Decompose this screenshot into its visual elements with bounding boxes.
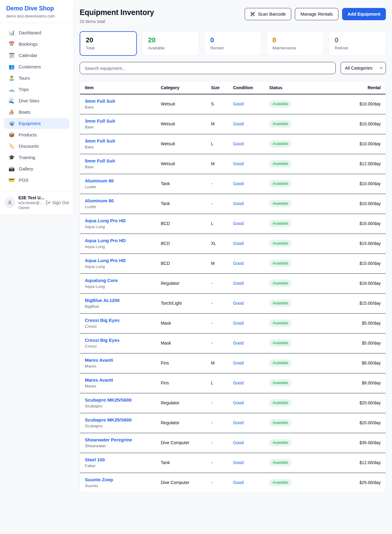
item-name-link[interactable]: Aqualung Core bbox=[85, 278, 161, 283]
category-select[interactable]: All Categories bbox=[341, 62, 386, 74]
equipment-table: Item Category Size Condition Status Rent… bbox=[80, 81, 386, 493]
item-name-link[interactable]: Aluminum 80 bbox=[85, 198, 161, 203]
stat-card[interactable]: 0 Maintenance bbox=[266, 31, 324, 56]
item-name-link[interactable]: Suunto Zoop bbox=[85, 477, 161, 482]
condition-cell[interactable]: Good bbox=[233, 321, 269, 326]
item-name-link[interactable]: Aluminum 80 bbox=[85, 178, 161, 183]
nav-item-label: Discounts bbox=[19, 143, 39, 149]
sign-out-button[interactable]: Sign Out bbox=[46, 200, 69, 205]
condition-cell[interactable]: Good bbox=[233, 201, 269, 206]
status-cell: Available bbox=[269, 419, 315, 426]
sidebar-item[interactable]: 🤿 Equipment bbox=[4, 118, 69, 129]
nav-item-label: Gallery bbox=[19, 166, 33, 171]
item-name-link[interactable]: Cressi Big Eyes bbox=[85, 338, 161, 343]
status-cell: Available bbox=[269, 399, 315, 406]
item-name-link[interactable]: Aqua Lung Pro HD bbox=[85, 258, 161, 263]
brand-domain: demo.test.divestreams.com bbox=[6, 14, 67, 18]
item-name-link[interactable]: 3mm Full Suit bbox=[85, 98, 161, 104]
sidebar-item[interactable]: ⛵ Boats bbox=[4, 107, 69, 117]
status-badge: Available bbox=[269, 359, 292, 367]
header-actions: Scan Barcode Manage Rentals Add Equipmen… bbox=[245, 8, 386, 20]
item-name-link[interactable]: Mares Avanti bbox=[85, 357, 161, 363]
stat-card[interactable]: 0 Rented bbox=[204, 31, 261, 56]
column-header-condition: Condition bbox=[233, 85, 269, 90]
condition-cell[interactable]: Good bbox=[233, 341, 269, 345]
size-cell: - bbox=[211, 321, 233, 326]
sidebar-item[interactable]: 📸 Gallery bbox=[4, 163, 69, 174]
size-cell: M bbox=[211, 261, 233, 266]
item-name-link[interactable]: BigBlue AL1200 bbox=[85, 298, 161, 303]
item-name-link[interactable]: Steel 100 bbox=[85, 457, 161, 462]
sidebar-item[interactable]: 🌊 Dive Sites bbox=[4, 95, 69, 106]
manage-rentals-button[interactable]: Manage Rentals bbox=[295, 8, 338, 20]
condition-cell[interactable]: Good bbox=[233, 261, 269, 266]
condition-cell[interactable]: Good bbox=[233, 101, 269, 106]
status-badge: Available bbox=[269, 399, 292, 406]
condition-cell[interactable]: Good bbox=[233, 480, 269, 485]
condition-cell[interactable]: Good bbox=[233, 221, 269, 226]
item-name-link[interactable]: Aqua Lung Pro HD bbox=[85, 238, 161, 243]
sidebar-item[interactable]: 🗓️ Calendar bbox=[4, 50, 69, 61]
sidebar-item[interactable]: 🎓 Training bbox=[4, 152, 69, 163]
sidebar-item[interactable]: 🏷️ Discounts bbox=[4, 141, 69, 151]
sidebar-item[interactable]: 💳 POS bbox=[4, 175, 69, 185]
nav-item-icon: 📊 bbox=[8, 30, 15, 35]
sidebar-item[interactable]: 📦 Products bbox=[4, 129, 69, 140]
sidebar-item[interactable]: 📅 Bookings bbox=[4, 39, 69, 49]
add-equipment-button[interactable]: Add Equipment bbox=[342, 8, 386, 20]
rental-cell: $20.00/day bbox=[315, 400, 381, 405]
item-name-link[interactable]: 5mm Full Suit bbox=[85, 158, 161, 163]
sidebar-nav: 📊 Dashboard 📅 Bookings 🗓️ Calendar 👥 Cus… bbox=[0, 23, 73, 189]
item-name-link[interactable]: Shearwater Peregrine bbox=[85, 437, 161, 442]
sidebar-item[interactable]: 📊 Dashboard bbox=[4, 27, 69, 38]
table-row: 3mm Full Suit Bare Wetsuit M Good Availa… bbox=[80, 114, 386, 134]
condition-cell[interactable]: Good bbox=[233, 420, 269, 425]
item-name-link[interactable]: Aqua Lung Pro HD bbox=[85, 218, 161, 223]
item-cell: 3mm Full Suit Bare bbox=[85, 138, 161, 149]
search-input[interactable] bbox=[80, 62, 336, 74]
status-cell: Available bbox=[269, 319, 315, 327]
sidebar-item[interactable]: 🛥️ Trips bbox=[4, 84, 69, 95]
condition-cell[interactable]: Good bbox=[233, 360, 269, 365]
item-name-link[interactable]: Mares Avanti bbox=[85, 377, 161, 383]
scan-barcode-button[interactable]: Scan Barcode bbox=[245, 8, 291, 20]
stat-card[interactable]: 20 Available bbox=[142, 31, 199, 56]
item-name-link[interactable]: Cressi Big Eyes bbox=[85, 318, 161, 323]
brand-name[interactable]: Demo Dive Shop bbox=[6, 5, 67, 12]
category-cell: Regulator bbox=[161, 420, 211, 425]
condition-cell[interactable]: Good bbox=[233, 400, 269, 405]
table-row: Mares Avanti Mares Fins M Good Available… bbox=[80, 353, 386, 373]
item-name-link[interactable]: Scubapro MK25/S600 bbox=[85, 417, 161, 422]
size-cell: L bbox=[211, 221, 233, 226]
item-name-link[interactable]: 3mm Full Suit bbox=[85, 118, 161, 124]
item-name-link[interactable]: 3mm Full Suit bbox=[85, 138, 161, 143]
item-brand: Cressi bbox=[85, 324, 161, 329]
stat-value: 20 bbox=[148, 36, 193, 44]
nav-item-label: Products bbox=[19, 132, 37, 137]
table-row: 5mm Full Suit Bare Wetsuit M Good Availa… bbox=[80, 154, 386, 174]
category-cell: Dive Computer bbox=[161, 440, 211, 445]
condition-cell[interactable]: Good bbox=[233, 301, 269, 306]
item-cell: Suunto Zoop Suunto bbox=[85, 477, 161, 488]
condition-cell[interactable]: Good bbox=[233, 241, 269, 246]
item-name-link[interactable]: Scubapro MK25/S600 bbox=[85, 397, 161, 402]
category-cell: BCD bbox=[161, 221, 211, 226]
condition-cell[interactable]: Good bbox=[233, 161, 269, 166]
stat-card[interactable]: 0 Retired bbox=[329, 31, 386, 56]
item-cell: Scubapro MK25/S600 Scubapro bbox=[85, 417, 161, 428]
sidebar-item[interactable]: 👥 Customers bbox=[4, 61, 69, 72]
condition-cell[interactable]: Good bbox=[233, 380, 269, 385]
size-cell: M bbox=[211, 161, 233, 166]
status-badge: Available bbox=[269, 299, 292, 307]
condition-cell[interactable]: Good bbox=[233, 460, 269, 465]
stat-card[interactable]: 20 Total bbox=[80, 31, 137, 56]
condition-cell[interactable]: Good bbox=[233, 281, 269, 286]
condition-cell[interactable]: Good bbox=[233, 181, 269, 186]
condition-cell[interactable]: Good bbox=[233, 440, 269, 445]
table-row: Shearwater Peregrine Shearwater Dive Com… bbox=[80, 433, 386, 453]
sidebar-item[interactable]: 🏝️ Tours bbox=[4, 73, 69, 83]
condition-cell[interactable]: Good bbox=[233, 121, 269, 126]
condition-cell[interactable]: Good bbox=[233, 141, 269, 146]
status-badge: Available bbox=[269, 339, 292, 347]
status-cell: Available bbox=[269, 299, 315, 307]
